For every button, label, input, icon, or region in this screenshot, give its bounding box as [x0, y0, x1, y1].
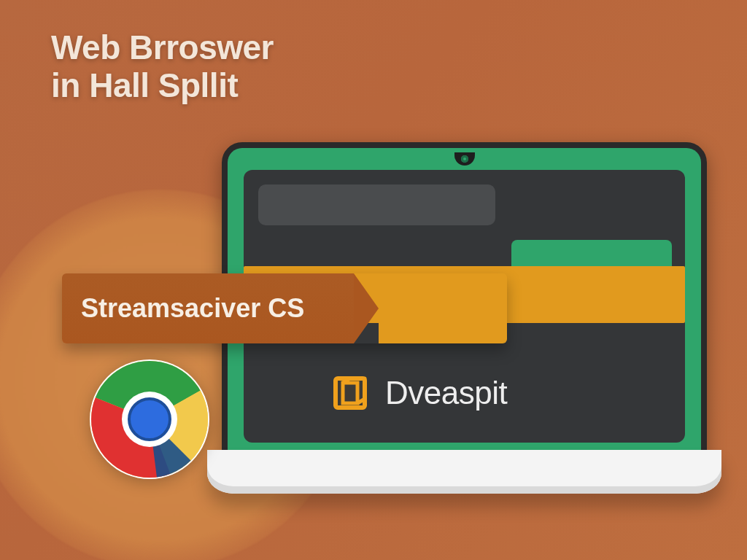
laptop-base [207, 450, 721, 494]
address-bar [258, 184, 495, 225]
headline: Web Brroswer in Hall Spllit [51, 29, 274, 104]
ribbon-banner: Streamsaciver CS [62, 273, 507, 343]
ribbon-label: Streamsaciver CS [81, 293, 304, 324]
ribbon-right [379, 273, 507, 343]
headline-line2: in Hall Spllit [51, 66, 238, 104]
product-label: Dveaspit [385, 375, 507, 411]
ribbon-label-container: Streamsaciver CS [62, 273, 354, 343]
chrome-logo-icon [88, 357, 212, 481]
office-cube-icon [331, 374, 369, 412]
product-row: Dveaspit [331, 374, 507, 412]
headline-line1: Web Brroswer [51, 28, 274, 66]
camera-icon [461, 155, 468, 163]
poster-canvas: Web Brroswer in Hall Spllit Dve [0, 0, 747, 560]
